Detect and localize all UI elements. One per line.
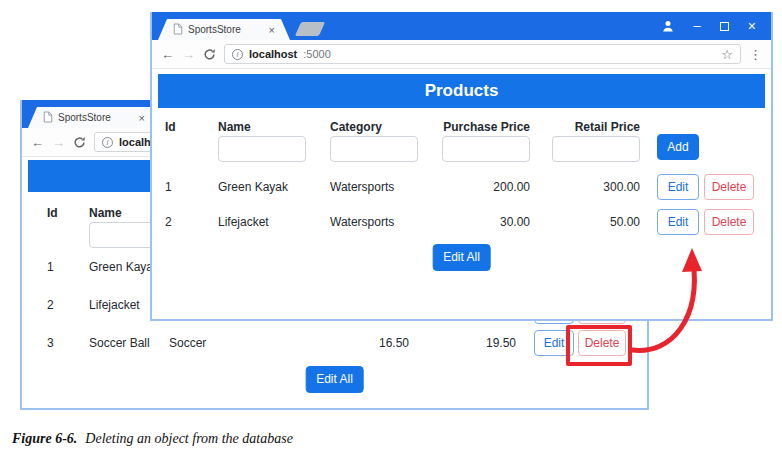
purchase-filter-input[interactable] [442, 136, 530, 162]
back-tab-sportsstore[interactable]: SportsStore × [28, 107, 160, 128]
back-tab-close-icon[interactable]: × [139, 112, 145, 124]
col-header-id: Id [165, 120, 176, 134]
delete-button[interactable]: Delete [704, 209, 754, 235]
edit-button[interactable]: Edit [657, 209, 699, 235]
cell-name: Green Kayak [89, 260, 159, 274]
cell-name: Lifejacket [89, 298, 140, 312]
new-tab-button[interactable] [295, 22, 325, 36]
col-header-retail: Retail Price [502, 120, 640, 134]
front-nav-forward-icon[interactable]: → [182, 48, 195, 61]
figure-caption-label: Figure 6-6. [12, 431, 77, 446]
page-favicon-icon [173, 23, 183, 37]
cell-category: Soccer [169, 336, 206, 350]
cell-id: 1 [47, 260, 54, 274]
front-titlebar: SportsStore × – × [152, 12, 771, 40]
back-col-header-id: Id [47, 206, 58, 220]
front-nav-back-icon[interactable]: ← [161, 48, 174, 61]
window-controls: – × [661, 12, 771, 40]
cell-id: 3 [47, 336, 54, 350]
maximize-button[interactable] [720, 22, 729, 31]
front-tab-title: SportsStore [188, 24, 264, 35]
browser-menu-icon[interactable]: ⋮ [749, 47, 762, 62]
delete-highlight-box [566, 325, 632, 366]
front-toolbar: ← → i localhost :5000 ☆ ⋮ [152, 40, 771, 69]
close-button[interactable]: × [748, 18, 756, 34]
page-favicon-icon [43, 111, 53, 125]
back-nav-back-icon[interactable]: ← [31, 136, 44, 149]
cell-id: 1 [165, 180, 172, 194]
front-table-row-2: 2 Lifejacket Watersports 30.00 50.00 Edi… [152, 207, 771, 237]
cell-retail: 300.00 [502, 180, 640, 194]
cell-category: Watersports [330, 180, 394, 194]
front-edit-all-button[interactable]: Edit All [432, 244, 491, 271]
back-nav-forward-icon[interactable]: → [52, 136, 65, 149]
front-url-port: :5000 [303, 48, 331, 60]
col-header-name: Name [218, 120, 251, 134]
profile-icon[interactable] [661, 19, 675, 33]
back-tab-title: SportsStore [58, 112, 134, 123]
cell-id: 2 [165, 215, 172, 229]
minimize-button[interactable]: – [694, 21, 701, 31]
front-tab-sportsstore[interactable]: SportsStore × [158, 19, 290, 40]
figure-caption-text: Deleting an object from the database [85, 431, 293, 446]
cell-category: Watersports [330, 215, 394, 229]
back-col-header-name: Name [89, 206, 122, 220]
back-edit-all-button[interactable]: Edit All [305, 366, 364, 393]
front-info-icon[interactable]: i [232, 49, 243, 60]
figure-page: SportsStore × ← → i localhost :5000 Prod… [0, 0, 782, 458]
cell-name: Soccer Ball [89, 336, 150, 350]
col-header-category: Category [330, 120, 382, 134]
cell-retail: 19.50 [378, 336, 516, 350]
front-url-host: localhost [249, 48, 297, 60]
name-filter-input[interactable] [218, 136, 306, 162]
cell-retail: 50.00 [502, 215, 640, 229]
add-button[interactable]: Add [657, 134, 699, 160]
retail-filter-input[interactable] [552, 136, 640, 162]
front-browser-window: SportsStore × – × ← → i localhost [150, 12, 773, 321]
edit-button[interactable]: Edit [657, 174, 699, 200]
front-reload-icon[interactable] [203, 48, 216, 61]
back-info-icon[interactable]: i [102, 137, 113, 148]
delete-button[interactable]: Delete [704, 174, 754, 200]
front-table-row-1: 1 Green Kayak Watersports 200.00 300.00 … [152, 172, 771, 202]
bookmark-star-icon[interactable]: ☆ [721, 47, 733, 62]
category-filter-input[interactable] [330, 136, 418, 162]
front-tab-close-icon[interactable]: × [269, 24, 275, 36]
front-products-header: Products [158, 74, 765, 108]
back-table-row-3: 3 Soccer Ball Soccer 16.50 19.50 Edit De… [22, 328, 647, 358]
cell-name: Lifejacket [218, 215, 269, 229]
cell-name: Green Kayak [218, 180, 288, 194]
back-reload-icon[interactable] [73, 136, 86, 149]
cell-id: 2 [47, 298, 54, 312]
front-url-bar[interactable]: i localhost :5000 ☆ [224, 44, 741, 64]
figure-caption: Figure 6-6.Deleting an object from the d… [12, 431, 293, 447]
